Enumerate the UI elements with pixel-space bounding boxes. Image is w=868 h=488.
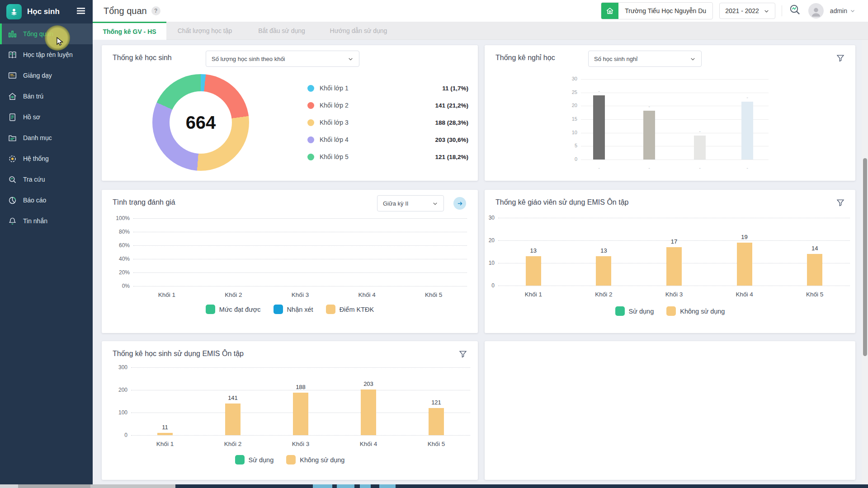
bar xyxy=(694,136,706,160)
donut-legend-row: Khối lớp 4203 (30,6%) xyxy=(307,131,468,148)
legend-dot xyxy=(307,154,314,160)
y-tick-label: 40% xyxy=(106,256,130,262)
horizontal-scrollbar[interactable] xyxy=(0,484,868,488)
legend-value: 203 (30,6%) xyxy=(435,136,468,143)
sidebar-item-8[interactable]: Báo cáo xyxy=(0,190,93,211)
sidebar-item-6[interactable]: Hệ thống xyxy=(0,148,93,169)
x-tick-label: Khối 1 xyxy=(506,291,561,298)
y-tick-label: 20 xyxy=(471,237,495,244)
legend-label: Sử dụng xyxy=(249,456,274,464)
tab-2[interactable]: Bắt đầu sử dụng xyxy=(243,22,320,40)
grid-line xyxy=(131,367,470,368)
bar xyxy=(293,393,308,435)
legend-item: Điểm KTĐK xyxy=(326,305,374,314)
bar xyxy=(596,256,611,286)
vertical-scrollbar-thumb[interactable] xyxy=(863,158,867,356)
legend-value: 188 (28,3%) xyxy=(435,119,468,126)
sidebar-item-4[interactable]: Hồ sơ xyxy=(0,107,93,127)
sidebar-item-9[interactable]: Tin nhắn xyxy=(0,211,93,231)
grid-line xyxy=(581,146,769,146)
bar-value-label: - xyxy=(743,94,752,100)
x-tick-label: Khối 4 xyxy=(340,291,394,298)
sidebar-item-5[interactable]: Danh mục xyxy=(0,127,93,148)
bar-value-label: - xyxy=(695,128,704,134)
grid-line xyxy=(131,435,470,436)
sidebar-item-3[interactable]: Bán trú xyxy=(0,86,93,107)
bar-value-label: 13 xyxy=(520,247,547,254)
username: admin xyxy=(830,7,847,14)
legend-label: Nhận xét xyxy=(287,306,313,313)
chevron-down-icon xyxy=(764,8,769,14)
legend-swatch xyxy=(274,305,283,314)
tab-1[interactable]: Chất lượng học tập xyxy=(166,22,243,40)
legend-dot xyxy=(307,85,314,92)
home-icon xyxy=(6,91,18,102)
y-tick-label: 20 xyxy=(554,103,577,108)
y-tick-label: 80% xyxy=(106,229,130,235)
grid-line xyxy=(581,160,769,160)
sidebar-item-1[interactable]: Học tập rèn luyện xyxy=(0,44,93,65)
legend-swatch xyxy=(326,305,335,314)
sidebar-item-label: Học tập rèn luyện xyxy=(23,51,73,58)
donut-total: 664 xyxy=(170,91,232,154)
legend-value: 141 (21,2%) xyxy=(435,102,468,109)
tab-0[interactable]: Thống kê GV - HS xyxy=(93,22,166,40)
grid-line xyxy=(133,245,467,246)
grid-line xyxy=(581,133,769,133)
legend-item: Mức đạt được xyxy=(206,305,261,314)
vertical-scrollbar-track[interactable] xyxy=(862,40,868,484)
card-empty xyxy=(485,341,855,480)
y-tick-label: 20% xyxy=(106,269,130,276)
legend-label: Khối lớp 1 xyxy=(320,84,442,92)
y-tick-label: 25 xyxy=(554,89,577,95)
legend-label: Khối lớp 3 xyxy=(320,119,435,126)
students-select-value: Số lượng học sinh theo khối xyxy=(212,56,285,62)
grid-line xyxy=(498,218,850,218)
x-tick-label: Khối 2 xyxy=(206,291,260,298)
grid-line xyxy=(581,93,769,93)
app-logo-icon xyxy=(6,4,22,19)
legend-label: Khối lớp 4 xyxy=(320,136,435,143)
app-title: Học sinh xyxy=(27,7,75,16)
x-tick-label: - xyxy=(572,165,626,170)
absence-chart: 051015202530-------- xyxy=(485,45,855,181)
x-tick-label: Khối 1 xyxy=(140,291,194,298)
bar-value-label: 188 xyxy=(287,384,314,390)
students-select[interactable]: Số lượng học sinh theo khối xyxy=(206,51,359,67)
school-year-dropdown[interactable]: 2021 - 2022 xyxy=(719,3,775,19)
donut-legend-row: Khối lớp 3188 (28,3%) xyxy=(307,114,468,131)
grid-line xyxy=(133,259,467,259)
bar xyxy=(807,254,822,286)
user-menu[interactable]: admin xyxy=(830,7,855,14)
tab-3[interactable]: Hướng dẫn sử dụng xyxy=(320,22,397,40)
grid-line xyxy=(581,119,769,120)
card-teachers-emis: Thống kê giáo viên sử dụng EMIS Ôn tập 0… xyxy=(485,190,855,333)
help-icon[interactable]: ? xyxy=(151,6,160,15)
bar xyxy=(643,111,655,160)
sidebar-item-label: Tin nhắn xyxy=(23,217,47,225)
avatar[interactable] xyxy=(808,3,824,19)
search-statistics-icon[interactable] xyxy=(788,3,802,19)
sidebar-item-label: Hồ sơ xyxy=(23,113,40,121)
x-tick-label: Khối 5 xyxy=(406,291,461,298)
bar-value-label: 17 xyxy=(660,238,688,245)
school-selector[interactable]: Trường Tiểu Học Nguyễn Du xyxy=(601,2,713,19)
bar-value-label: 203 xyxy=(355,380,382,387)
y-tick-label: 0 xyxy=(471,282,495,289)
grid-line xyxy=(498,286,850,286)
legend-swatch xyxy=(286,455,296,465)
legend-value: 121 (18,2%) xyxy=(435,154,468,160)
hamburger-menu-icon[interactable] xyxy=(75,5,86,18)
grid-line xyxy=(133,272,467,273)
sidebar-item-label: Tổng quan xyxy=(23,30,53,38)
bar-value-label: 14 xyxy=(801,245,828,252)
sidebar-item-label: Giảng dạy xyxy=(23,72,52,79)
legend-value: 11 (1,7%) xyxy=(442,85,468,92)
sidebar-item-7[interactable]: Tra cứu xyxy=(0,169,93,190)
sidebar-item-label: Hệ thống xyxy=(23,155,49,162)
sidebar-nav: Tổng quanHọc tập rèn luyệnGiảng dạyBán t… xyxy=(0,23,93,231)
sidebar-item-0[interactable]: Tổng quan xyxy=(0,23,93,44)
sidebar-item-2[interactable]: Giảng dạy xyxy=(0,65,93,86)
bar-value-label: 121 xyxy=(423,399,450,406)
legend-swatch xyxy=(235,455,245,465)
